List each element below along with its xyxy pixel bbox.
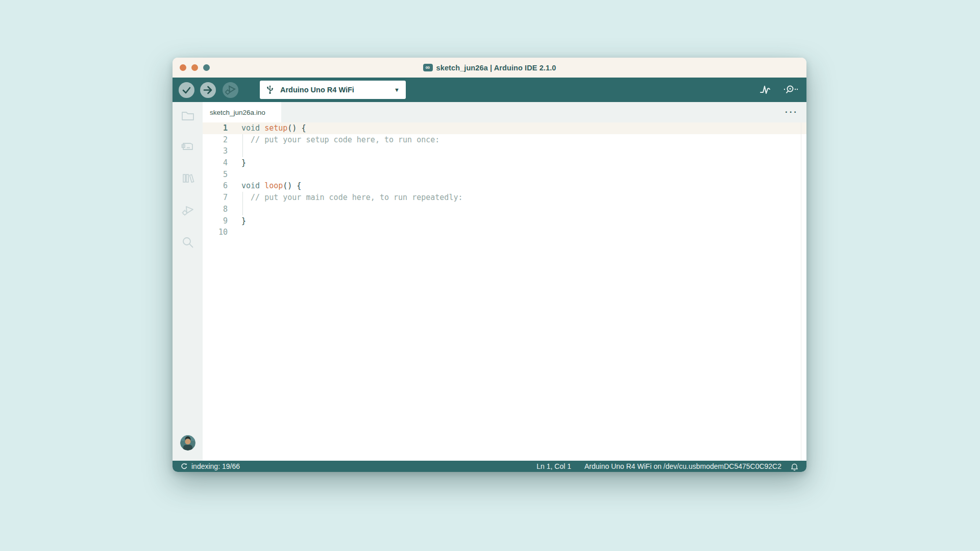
right-arrow-icon [200,82,216,98]
line-number[interactable]: 3 [203,145,239,157]
sidebar-item-boards-manager[interactable] [173,130,203,162]
line-number[interactable]: 8 [203,204,239,215]
more-actions-button[interactable]: ··· [785,102,798,122]
arduino-ide-window: ∞ sketch_jun26a | Arduino IDE 2.1.0 [173,58,806,472]
code-line[interactable]: 9} [203,215,806,227]
sidebar-item-library-manager[interactable] [173,162,203,194]
sidebar-item-sketchbook[interactable] [173,102,203,130]
debug-play-icon [223,82,238,98]
indexing-label: indexing: 19/66 [191,462,240,470]
debug-button[interactable] [223,82,238,98]
search-icon [180,235,195,250]
user-avatar[interactable] [180,435,195,450]
usb-icon [266,85,274,95]
line-number[interactable]: 4 [203,157,239,169]
debug-icon [180,203,195,218]
code-line[interactable]: 8 [203,204,806,215]
code-line-text[interactable]: // put your setup code here, to run once… [239,134,806,146]
code-line[interactable]: 5 [203,169,806,181]
code-line-text[interactable]: void setup() { [239,122,806,134]
code-line[interactable]: 3 [203,145,806,157]
bell-icon [791,462,798,471]
activity-sidebar [173,102,203,461]
code-line[interactable]: 10 [203,227,806,238]
serial-monitor-button[interactable] [782,83,799,96]
avatar-image [180,435,195,450]
board-selector-dropdown[interactable]: Arduino Uno R4 WiFi ▼ [260,81,406,99]
selected-board-label: Arduino Uno R4 WiFi [280,86,354,94]
indexing-status: indexing: 19/66 [181,462,240,470]
window-title: sketch_jun26a | Arduino IDE 2.1.0 [436,64,556,72]
close-window-button[interactable] [180,64,186,71]
desktop-background: { "window": { "title": "sketch_jun26a | … [0,0,980,551]
verify-button[interactable] [179,82,194,98]
window-body: sketch_jun26a.ino ··· 1void setup() {2 /… [173,102,806,461]
sidebar-item-debug[interactable] [173,194,203,226]
books-icon [180,170,195,186]
tab-sketch-file[interactable]: sketch_jun26a.ino [203,102,281,122]
code-line-text[interactable]: } [239,215,806,227]
code-line-text[interactable] [239,204,806,215]
code-line[interactable]: 4} [203,157,806,169]
chevron-down-icon: ▼ [394,87,400,93]
minimize-window-button[interactable] [191,64,198,71]
line-number[interactable]: 6 [203,180,239,192]
sidebar-item-search[interactable] [173,226,203,258]
cursor-position[interactable]: Ln 1, Col 1 [536,462,571,470]
code-line[interactable]: 6void loop() { [203,180,806,192]
code-lines: 1void setup() {2 // put your setup code … [203,122,806,238]
code-line-text[interactable]: } [239,157,806,169]
board-port-status[interactable]: Arduino Uno R4 WiFi on /dev/cu.usbmodemD… [584,462,781,470]
circuit-board-icon [180,138,195,154]
line-number[interactable]: 1 [203,122,239,134]
line-number[interactable]: 10 [203,227,239,238]
arduino-app-icon: ∞ [423,64,433,71]
notifications-button[interactable] [791,462,798,471]
line-number[interactable]: 5 [203,169,239,181]
code-line-text[interactable] [239,227,806,238]
code-line[interactable]: 2 // put your setup code here, to run on… [203,134,806,146]
upload-button[interactable] [200,82,216,98]
checkmark-icon [179,82,194,98]
zoom-window-button[interactable] [203,64,210,71]
line-number[interactable]: 2 [203,134,239,146]
titlebar: ∞ sketch_jun26a | Arduino IDE 2.1.0 [173,58,806,78]
code-line-text[interactable]: void loop() { [239,180,806,192]
traffic-lights [180,64,210,71]
main-area: sketch_jun26a.ino ··· 1void setup() {2 /… [203,102,806,461]
code-line-text[interactable]: // put your main code here, to run repea… [239,192,806,204]
code-line[interactable]: 1void setup() { [203,122,806,134]
code-line[interactable]: 7 // put your main code here, to run rep… [203,192,806,204]
serial-monitor-icon [783,84,798,95]
tab-bar: sketch_jun26a.ino ··· [203,102,806,122]
serial-plotter-button[interactable] [758,83,774,96]
sync-icon [181,463,188,470]
code-editor[interactable]: 1void setup() {2 // put your setup code … [203,122,806,461]
code-line-text[interactable] [239,145,806,157]
status-bar: indexing: 19/66 Ln 1, Col 1 Arduino Uno … [173,461,806,472]
serial-plotter-icon [760,84,773,95]
line-number[interactable]: 7 [203,192,239,204]
code-line-text[interactable] [239,169,806,181]
line-number[interactable]: 9 [203,215,239,227]
toolbar: Arduino Uno R4 WiFi ▼ [173,78,806,102]
folder-icon [180,108,195,123]
